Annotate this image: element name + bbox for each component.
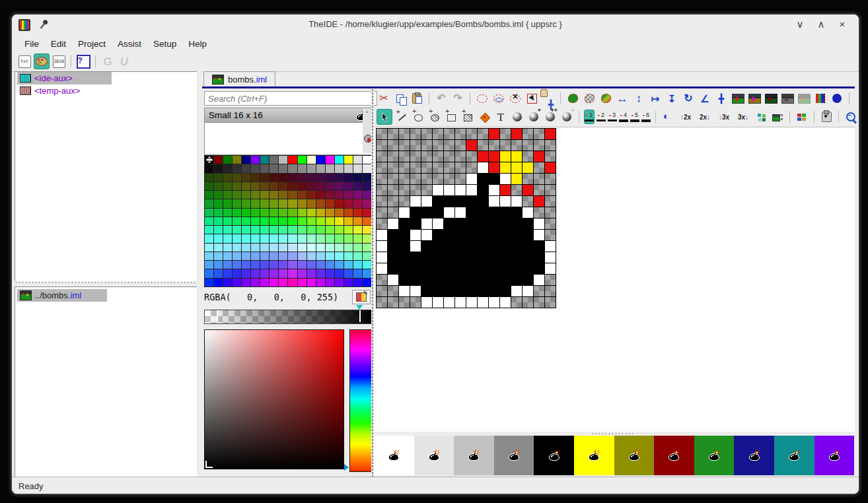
palette-basic-007d00[interactable] (223, 156, 232, 164)
pixel-3-14[interactable] (534, 162, 544, 173)
pixel-14-1[interactable] (388, 286, 398, 296)
maximize-button[interactable]: ∧ (815, 18, 827, 30)
palette-spectrum-5-17[interactable] (363, 217, 371, 225)
pixel-11-7[interactable] (455, 252, 466, 263)
palette-spectrum-12-13[interactable] (326, 279, 334, 286)
palette-spectrum-1-16[interactable] (353, 182, 362, 190)
pixel-9-1[interactable] (388, 230, 398, 240)
preview-swatch-0f8f8f[interactable] (774, 436, 814, 475)
palette-spectrum-12-11[interactable] (307, 279, 316, 286)
palette-spectrum-1-8[interactable] (279, 182, 287, 190)
pixel-13-1[interactable] (388, 275, 398, 285)
palette-spectrum-3-4[interactable] (242, 199, 250, 207)
pixel-9-4[interactable] (421, 230, 432, 240)
smooth-icon[interactable] (661, 110, 675, 124)
pixel-11-1[interactable] (388, 252, 398, 263)
pixel-6-13[interactable] (523, 196, 533, 207)
palette-spectrum-0-8[interactable] (279, 174, 287, 182)
pixel-14-10[interactable] (489, 286, 499, 296)
shear-icon[interactable]: ∠ (698, 91, 712, 106)
pixel-8-14[interactable] (534, 218, 544, 229)
palette-spectrum-0-7[interactable] (270, 174, 278, 182)
palette-spectrum-3-9[interactable] (288, 199, 297, 207)
palette-spectrum-0-14[interactable] (335, 174, 344, 182)
palette-spectrum-9-8[interactable] (279, 252, 287, 260)
palette-spectrum-7-15[interactable] (344, 234, 353, 242)
pixel-12-1[interactable] (388, 263, 398, 274)
pixel-1-11[interactable] (500, 140, 511, 151)
palette-spectrum-10-13[interactable] (326, 261, 334, 269)
fill-gradient-icon[interactable] (598, 91, 613, 106)
palette-spectrum-10-3[interactable] (233, 261, 241, 269)
pixel-3-11[interactable] (500, 162, 511, 173)
palette-spectrum-1-12[interactable] (316, 182, 325, 190)
pixel-0-9[interactable] (478, 129, 488, 139)
palette-spectrum-12-5[interactable] (251, 279, 260, 286)
palette-spectrum-11-2[interactable] (223, 269, 232, 277)
pixel-13-5[interactable] (433, 275, 443, 285)
pixel-15-10[interactable] (489, 297, 499, 308)
help-icon[interactable]: ? (76, 54, 90, 69)
palette-spectrum-4-8[interactable] (279, 209, 287, 217)
pixel-15-0[interactable] (377, 297, 387, 308)
palette-spectrum-8-1[interactable] (214, 244, 223, 252)
palette-basic-ff0000[interactable] (288, 156, 297, 164)
pixel-15-6[interactable] (444, 297, 454, 308)
pixel-15-3[interactable] (410, 297, 421, 308)
color-palette[interactable] (204, 155, 372, 287)
palette-spectrum-2-1[interactable] (214, 191, 223, 199)
pixel-0-11[interactable] (500, 129, 511, 139)
palette-spectrum-12-8[interactable] (279, 279, 287, 286)
palette-spectrum-0-12[interactable] (316, 174, 325, 182)
pixel-15-13[interactable] (523, 297, 533, 308)
pixel-grid[interactable] (376, 128, 556, 308)
palette-spectrum-3-3[interactable] (233, 199, 241, 207)
palette-spectrum-5-1[interactable] (214, 217, 223, 225)
palette-spectrum-10-14[interactable] (335, 261, 344, 269)
palette-spectrum-12-14[interactable] (335, 279, 344, 286)
pixel-5-5[interactable] (433, 185, 443, 195)
palette-spectrum-8-16[interactable] (353, 244, 362, 252)
pixel-1-1[interactable] (388, 140, 398, 151)
palette-spectrum-7-11[interactable] (307, 234, 316, 242)
palette-spectrum-2-8[interactable] (279, 191, 287, 199)
pixel-3-3[interactable] (410, 162, 421, 173)
pixel-11-9[interactable] (478, 252, 488, 263)
pixel-4-6[interactable] (444, 174, 454, 184)
menu-item-file[interactable]: File (18, 36, 45, 51)
palette-spectrum-10-5[interactable] (251, 261, 260, 269)
palette-spectrum-6-10[interactable] (298, 226, 307, 234)
palette-spectrum-12-1[interactable] (214, 279, 223, 286)
pixel-5-9[interactable] (478, 185, 488, 195)
saturation-value-box[interactable] (204, 329, 344, 469)
palette-basic-00ff00[interactable] (298, 156, 307, 164)
palette-basic-bdbdbd[interactable] (279, 156, 287, 164)
pixel-5-10[interactable] (489, 185, 499, 195)
pixel-15-12[interactable] (511, 297, 522, 308)
pixel-3-9[interactable] (478, 162, 488, 173)
palette-spectrum-6-1[interactable] (214, 226, 223, 234)
palette-spectrum-2-17[interactable] (363, 191, 371, 199)
palette-spectrum-4-0[interactable] (205, 209, 213, 217)
pixel-7-14[interactable] (534, 207, 544, 218)
palette-spectrum-8-8[interactable] (279, 244, 287, 252)
palette-spectrum-4-16[interactable] (353, 209, 362, 217)
image-darken-icon[interactable] (764, 91, 778, 106)
palette-spectrum-2-5[interactable] (251, 191, 260, 199)
pixel-5-11[interactable] (500, 185, 511, 195)
palette-spectrum-9-13[interactable] (326, 252, 334, 260)
palette-spectrum-12-4[interactable] (242, 279, 250, 286)
palette-basic-7d0000[interactable] (214, 156, 223, 164)
image-list-item-small-16x16[interactable]: Small 16 x 16 (205, 108, 371, 123)
downscale-3x-icon[interactable]: 3x↓ (735, 110, 752, 123)
palette-spectrum-4-14[interactable] (335, 209, 344, 217)
palette-gray-13[interactable] (326, 164, 334, 172)
resize-icon[interactable]: ╋ (714, 91, 729, 106)
palette-spectrum-1-13[interactable] (326, 182, 334, 190)
alpha-slider-marker[interactable] (356, 305, 363, 310)
palette-spectrum-10-10[interactable] (298, 261, 307, 269)
palette-spectrum-11-5[interactable] (251, 269, 260, 277)
freehand-tool-icon[interactable] (377, 109, 392, 125)
pixel-0-12[interactable] (511, 129, 522, 139)
palette-gray-11[interactable] (307, 164, 316, 172)
